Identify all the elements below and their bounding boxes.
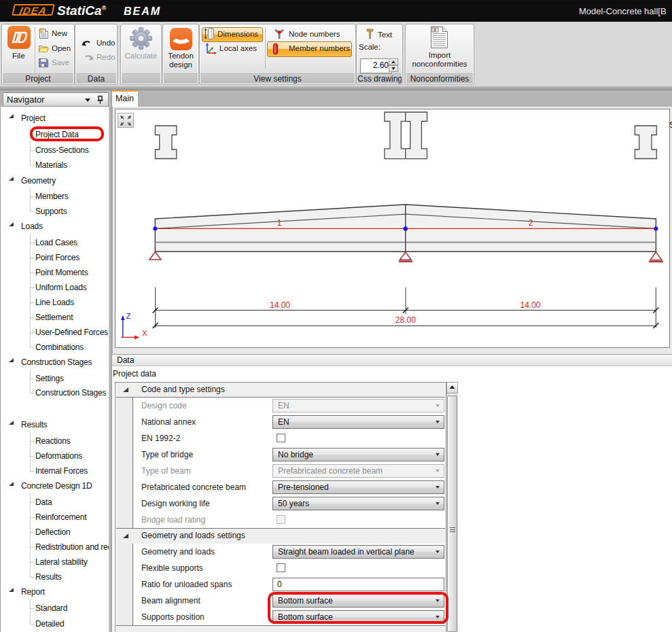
svg-text:a: a bbox=[434, 27, 436, 32]
svg-text:28.00: 28.00 bbox=[395, 315, 416, 325]
svg-text:2: 2 bbox=[529, 218, 533, 228]
svg-text:1: 1 bbox=[277, 218, 282, 228]
svg-text:Z: Z bbox=[126, 312, 131, 320]
svg-text:X: X bbox=[142, 329, 147, 337]
svg-text:14.00: 14.00 bbox=[270, 300, 290, 310]
svg-text:14.00: 14.00 bbox=[520, 300, 540, 310]
